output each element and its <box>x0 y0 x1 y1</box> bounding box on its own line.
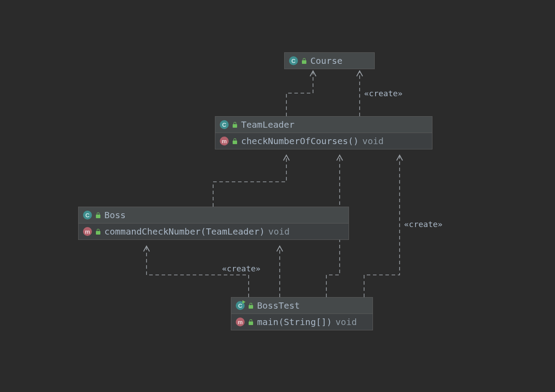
method-row: m commandCheckNumber(TeamLeader) void <box>79 223 349 239</box>
class-name: BossTest <box>257 300 300 311</box>
class-box-bosstest[interactable]: C BossTest m main(String[]) void <box>231 297 373 330</box>
uml-canvas[interactable]: «create» «create» «create» C Course C Te… <box>0 0 555 392</box>
class-name: TeamLeader <box>241 119 294 130</box>
lock-icon <box>232 138 238 144</box>
lock-icon <box>95 229 101 235</box>
method-signature: commandCheckNumber(TeamLeader) <box>104 226 265 237</box>
lock-icon <box>248 319 254 325</box>
edge-label-create-course: «create» <box>364 89 403 98</box>
method-icon: m <box>83 227 92 236</box>
class-header: C TeamLeader <box>215 117 432 133</box>
edge-teamleader-course <box>286 71 313 116</box>
class-box-boss[interactable]: C Boss m commandCheckNumber(TeamLeader) … <box>78 207 349 240</box>
edge-boss-teamleader <box>213 155 286 207</box>
class-header: C Boss <box>79 207 349 223</box>
method-row: m checkNumberOfCourses() void <box>215 133 432 149</box>
method-return: void <box>268 226 289 237</box>
lock-icon <box>232 122 238 128</box>
method-return: void <box>362 136 384 146</box>
runnable-class-icon: C <box>236 301 245 310</box>
class-box-teamleader[interactable]: C TeamLeader m checkNumberOfCourses() vo… <box>215 116 432 149</box>
class-header: C BossTest <box>231 298 373 314</box>
class-icon: C <box>220 120 229 129</box>
method-row: m main(String[]) void <box>231 314 373 330</box>
class-icon: C <box>83 211 92 220</box>
class-header: C Course <box>285 53 374 69</box>
class-box-course[interactable]: C Course <box>284 52 375 69</box>
method-return: void <box>336 317 357 327</box>
lock-icon <box>248 303 254 309</box>
method-icon: m <box>220 137 229 145</box>
edge-label-create-boss: «create» <box>222 264 261 273</box>
method-icon: m <box>236 318 245 326</box>
lock-icon <box>301 58 307 64</box>
method-signature: checkNumberOfCourses() <box>241 136 359 146</box>
edge-bosstest-teamleader-create <box>364 155 400 297</box>
class-name: Boss <box>104 210 126 220</box>
edge-label-create-teamleader: «create» <box>404 220 443 229</box>
lock-icon <box>95 212 101 218</box>
class-icon: C <box>289 56 298 65</box>
class-name: Course <box>310 55 342 66</box>
edge-layer <box>0 0 555 392</box>
method-signature: main(String[]) <box>257 317 332 327</box>
